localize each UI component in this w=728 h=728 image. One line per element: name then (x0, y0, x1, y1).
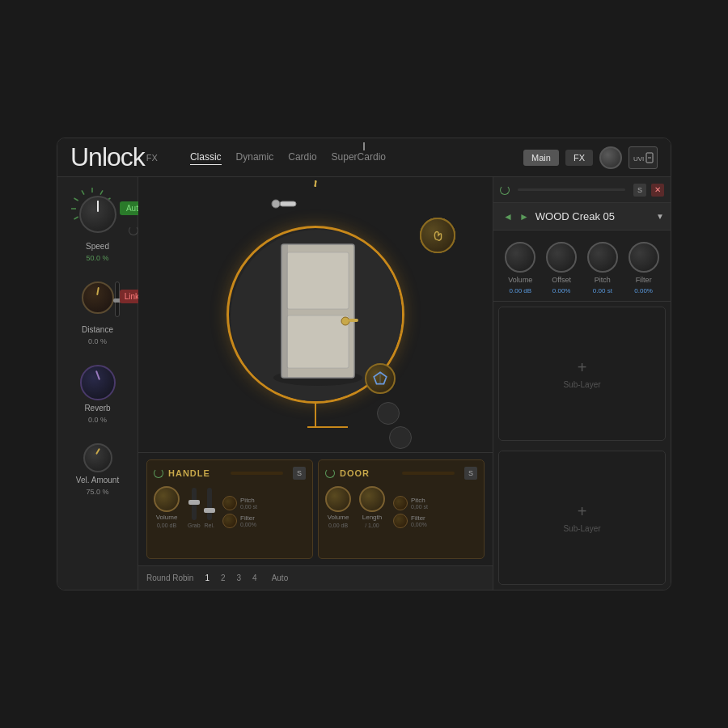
door-length-knob[interactable] (359, 486, 385, 512)
handle-icon-top[interactable] (268, 192, 308, 219)
right-pitch-label: Pitch (595, 276, 611, 284)
door-length-group: Length / 1,00 (359, 486, 385, 528)
door-layer: DOOR S Volume 0,00 dB (318, 459, 485, 559)
rr-auto-label[interactable]: Auto (272, 574, 289, 582)
vel-amount-knob[interactable] (83, 443, 112, 472)
door-solo-button[interactable]: S (464, 467, 477, 480)
handle-pitch-label: Pitch (240, 497, 257, 504)
right-volume-value: 0.00 dB (510, 287, 532, 294)
rr-number-2[interactable]: 2 (221, 574, 226, 582)
right-s-button[interactable]: S (633, 184, 646, 197)
svg-rect-21 (281, 244, 288, 378)
svg-line-8 (100, 190, 103, 194)
handle-layer: HANDLE S Volume 0,00 dB (146, 459, 313, 559)
handle-volume-value: 0,00 dB (157, 523, 176, 528)
small-circle-2[interactable] (389, 426, 412, 449)
door-power-button[interactable] (325, 468, 335, 478)
header-right: Main FX UVI (523, 146, 658, 169)
door-pitch-knob[interactable] (393, 496, 408, 510)
speed-power-icon[interactable] (129, 226, 138, 235)
right-filter-label: Filter (636, 276, 652, 284)
main-button[interactable]: Main (523, 150, 559, 166)
tab-dynamic[interactable]: Dynamic (236, 150, 274, 165)
sub-layer-1-box[interactable]: + Sub-Layer (498, 307, 666, 441)
speed-knob[interactable] (79, 196, 116, 233)
svg-point-13 (272, 200, 280, 208)
rr-number-4[interactable]: 4 (252, 574, 257, 582)
sub-layer-1-label: Sub-Layer (563, 380, 600, 389)
preset-prev-button[interactable]: ◄ (500, 211, 516, 222)
handle-power-button[interactable] (154, 468, 163, 478)
uvi-logo: UVI (629, 146, 658, 169)
plugin-window: UnlockFX Classic Dynamic Cardio SuperCar… (57, 138, 671, 590)
distance-knob[interactable] (82, 281, 114, 314)
fx-superscript: FX (146, 153, 158, 163)
handle-volume-label: Volume (156, 514, 178, 521)
rr-number-1[interactable]: 1 (205, 574, 210, 582)
door-filter-value: 0,00% (411, 522, 427, 527)
right-offset-value: 0.00% (552, 287, 571, 294)
reverb-group: Reverb 0.0 % (80, 365, 116, 424)
door-volume-label: Volume (328, 514, 349, 521)
handle-filter-knob[interactable] (222, 514, 237, 528)
handle-volume-group: Volume 0,00 dB (154, 486, 180, 528)
handle-pitch-filter: Pitch 0,00 st Filter 0,00% (222, 496, 257, 528)
logo-title: UnlockFX (70, 142, 158, 172)
door-length-label: Length (362, 514, 382, 521)
door-layer-header: DOOR S (325, 467, 477, 480)
svg-text:UVI: UVI (633, 155, 644, 163)
reverb-value: 0.0 % (88, 416, 107, 424)
distance-group: Link Distance 0.0 % (75, 281, 120, 345)
handle-pitch-knob[interactable] (222, 496, 237, 510)
door-pitch-row: Pitch 0,00 st (393, 496, 428, 510)
right-power-button[interactable] (500, 185, 510, 195)
reverb-knob[interactable] (80, 365, 116, 400)
door-level-bar[interactable] (402, 472, 455, 475)
preset-dropdown-arrow[interactable]: ▼ (656, 212, 664, 221)
grab-slider[interactable] (192, 488, 197, 520)
mode-tabs: Classic Dynamic Cardio SuperCardio (190, 150, 386, 165)
preset-next-button[interactable]: ► (516, 211, 532, 222)
small-circle-1[interactable] (377, 402, 400, 425)
right-filter-knob[interactable] (629, 242, 659, 273)
door-length-value: / 1,00 (365, 523, 379, 528)
reverb-label: Reverb (84, 404, 110, 413)
distance-value: 0.0 % (88, 337, 107, 345)
preset-name: WOOD Creak 05 (535, 210, 656, 222)
tab-cardio[interactable]: Cardio (288, 150, 316, 165)
left-sidebar: Auto Speed 50.0 % Li (57, 177, 138, 590)
fx-button[interactable]: FX (565, 150, 593, 166)
rel-slider[interactable] (207, 488, 212, 520)
handle-solo-button[interactable]: S (293, 467, 306, 480)
tab-classic[interactable]: Classic (190, 150, 222, 165)
main-content: Auto Speed 50.0 % Li (57, 177, 671, 590)
handle-level-bar[interactable] (231, 472, 283, 475)
door-scene (138, 177, 493, 452)
tab-supercardio[interactable]: SuperCardio (332, 150, 386, 165)
door-volume-knob[interactable] (325, 486, 351, 512)
handle-volume-knob[interactable] (154, 486, 180, 512)
rr-number-3[interactable]: 3 (237, 574, 242, 582)
master-knob[interactable] (599, 146, 622, 169)
right-volume-label: Volume (508, 276, 532, 284)
sub-layer-2-box[interactable]: + Sub-Layer (498, 451, 666, 585)
orange-line-h (307, 426, 348, 428)
layers-row: HANDLE S Volume 0,00 dB (138, 453, 493, 565)
door-filter-knob[interactable] (393, 514, 408, 528)
right-offset-knob[interactable] (546, 242, 577, 273)
orange-connector (315, 404, 316, 428)
door-volume-group: Volume 0,00 dB (325, 486, 351, 528)
crystal-icon-button[interactable] (365, 363, 396, 394)
vel-amount-group: Vel. Amount 75.0 % (76, 443, 119, 496)
right-pitch-knob[interactable] (587, 242, 618, 273)
handle-sliders: Grab Rel. (188, 488, 214, 528)
right-close-button[interactable]: ✕ (651, 184, 664, 197)
right-volume-knob[interactable] (505, 242, 535, 273)
door-layer-name: DOOR (340, 468, 392, 478)
right-filter-value: 0.00% (634, 287, 653, 294)
door-pitch-filter: Pitch 0,00 st Filter 0,00% (393, 496, 428, 528)
handle-filter-row: Filter 0,00% (222, 514, 257, 528)
sub-layer-1-content: + Sub-Layer (563, 358, 600, 389)
vel-value: 75.0 % (86, 488, 108, 496)
hand-icon-button[interactable] (420, 218, 455, 253)
